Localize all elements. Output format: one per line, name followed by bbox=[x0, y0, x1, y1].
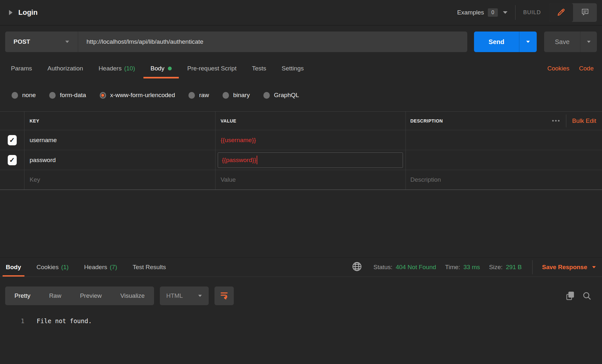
line-number: 1 bbox=[15, 317, 24, 324]
tab-tests[interactable]: Tests bbox=[245, 59, 273, 78]
value-cell[interactable]: Value bbox=[215, 170, 406, 189]
table-tools: Bulk Edit bbox=[552, 114, 602, 127]
tab-headers[interactable]: Headers(10) bbox=[91, 59, 142, 78]
body-modified-dot-icon bbox=[168, 67, 172, 70]
send-options-button[interactable] bbox=[519, 32, 537, 52]
tools-divider bbox=[566, 114, 566, 127]
body-mode-row: none form-data x-www-form-urlencoded raw… bbox=[0, 86, 602, 105]
tab-authorization[interactable]: Authorization bbox=[40, 59, 90, 78]
view-switcher: Pretty Raw Preview Visualize bbox=[5, 287, 154, 305]
value-cell[interactable]: {{username}} bbox=[215, 130, 406, 150]
send-button-group: Send bbox=[474, 32, 537, 52]
cookies-link[interactable]: Cookies bbox=[547, 65, 570, 72]
method-chevron-down-icon bbox=[65, 41, 69, 43]
save-options-button[interactable] bbox=[580, 32, 597, 52]
table-header-row: KEY VALUE DESCRIPTION Bulk Edit bbox=[0, 112, 602, 130]
response-status-bar: Status: 404 Not Found Time: 33 ms Size: … bbox=[351, 260, 596, 274]
row-checkbox-cell bbox=[0, 170, 24, 189]
tab-params[interactable]: Params bbox=[4, 59, 39, 78]
response-tab-cookies[interactable]: Cookies(1) bbox=[32, 258, 73, 277]
response-tab-headers[interactable]: Headers(7) bbox=[79, 258, 122, 277]
save-response-chevron-down-icon bbox=[592, 266, 596, 268]
radio-x-www-form-urlencoded[interactable]: x-www-form-urlencoded bbox=[100, 92, 175, 99]
comments-button[interactable] bbox=[573, 3, 597, 22]
copy-icon[interactable] bbox=[565, 291, 575, 301]
table-row-empty: Key Value Description bbox=[0, 170, 602, 190]
examples-label[interactable]: Examples bbox=[457, 9, 484, 16]
view-raw[interactable]: Raw bbox=[40, 287, 71, 305]
wrap-lines-button[interactable] bbox=[214, 287, 234, 305]
send-button[interactable]: Send bbox=[474, 32, 519, 52]
radio-selected-icon bbox=[100, 92, 106, 99]
value-cell: {{password}} bbox=[215, 150, 406, 170]
examples-chevron-down-icon[interactable] bbox=[503, 11, 507, 14]
checkbox-checked-icon[interactable] bbox=[8, 155, 17, 165]
method-value: POST bbox=[14, 38, 30, 45]
edit-mode-button[interactable] bbox=[549, 3, 573, 22]
time-value: 33 ms bbox=[463, 264, 480, 271]
radio-none[interactable]: none bbox=[12, 92, 36, 99]
response-body: 1 File not found. bbox=[0, 317, 602, 364]
response-body-text: File not found. bbox=[37, 317, 92, 324]
build-label: BUILD bbox=[523, 9, 541, 16]
time-label: Time: bbox=[445, 264, 460, 271]
row-checkbox-cell bbox=[0, 130, 24, 150]
request-links: Cookies Code bbox=[547, 65, 594, 72]
response-tabs-row: Body Cookies(1) Headers(7) Test Results … bbox=[0, 258, 602, 277]
postman-app: Login Examples 0 BUILD bbox=[0, 0, 602, 364]
format-select[interactable]: HTML bbox=[160, 287, 209, 305]
status-label: Status: bbox=[373, 264, 392, 271]
response-section: Body Cookies(1) Headers(7) Test Results … bbox=[0, 257, 602, 364]
view-preview[interactable]: Preview bbox=[71, 287, 111, 305]
radio-icon bbox=[12, 92, 18, 99]
column-header-description: DESCRIPTION Bulk Edit bbox=[406, 112, 602, 130]
response-headers-count: (7) bbox=[110, 264, 117, 271]
url-input[interactable]: http://localhost/lms/api/lib/auth/authen… bbox=[78, 38, 467, 45]
key-cell[interactable]: Key bbox=[24, 170, 215, 189]
radio-graphql[interactable]: GraphQL bbox=[263, 92, 299, 99]
radio-icon bbox=[188, 92, 195, 99]
radio-binary[interactable]: binary bbox=[223, 92, 250, 99]
key-cell[interactable]: password bbox=[24, 150, 215, 170]
cookies-count: (1) bbox=[61, 264, 68, 271]
key-cell[interactable]: username bbox=[24, 130, 215, 150]
format-value: HTML bbox=[166, 292, 183, 299]
description-cell[interactable]: Description bbox=[406, 170, 602, 189]
description-cell[interactable] bbox=[406, 130, 602, 150]
response-tools bbox=[565, 291, 592, 301]
more-options-icon[interactable] bbox=[552, 117, 560, 124]
size-value: 291 B bbox=[506, 264, 522, 271]
status-divider bbox=[532, 260, 533, 274]
method-select[interactable]: POST bbox=[5, 32, 78, 52]
code-link[interactable]: Code bbox=[579, 65, 594, 72]
radio-icon bbox=[49, 92, 56, 99]
bulk-edit-link[interactable]: Bulk Edit bbox=[572, 117, 596, 124]
radio-form-data[interactable]: form-data bbox=[49, 92, 86, 99]
save-response-button[interactable]: Save Response bbox=[542, 264, 596, 271]
description-cell[interactable] bbox=[406, 150, 602, 170]
send-chevron-down-icon bbox=[526, 41, 530, 43]
topbar-divider bbox=[515, 5, 515, 20]
editor-mode-toggle bbox=[549, 3, 597, 22]
save-button-group: Save bbox=[544, 32, 597, 52]
collapse-triangle-icon[interactable] bbox=[9, 10, 13, 15]
response-view-toolbar: Pretty Raw Preview Visualize HTML bbox=[5, 287, 592, 305]
tab-settings[interactable]: Settings bbox=[275, 59, 311, 78]
checkbox-checked-icon[interactable] bbox=[8, 135, 17, 145]
request-header-bar: Login Examples 0 BUILD bbox=[0, 0, 602, 26]
radio-raw[interactable]: raw bbox=[188, 92, 209, 99]
view-pretty[interactable]: Pretty bbox=[5, 287, 40, 305]
search-icon[interactable] bbox=[582, 291, 592, 301]
save-button[interactable]: Save bbox=[544, 32, 580, 52]
pencil-icon bbox=[557, 8, 566, 18]
url-row: POST http://localhost/lms/api/lib/auth/a… bbox=[5, 32, 597, 52]
request-title-group: Login bbox=[9, 8, 38, 17]
tab-body[interactable]: Body bbox=[143, 59, 179, 78]
radio-icon bbox=[263, 92, 270, 99]
response-tab-body[interactable]: Body bbox=[1, 258, 26, 277]
value-input-focused[interactable]: {{password}} bbox=[218, 152, 403, 168]
response-tab-test-results[interactable]: Test Results bbox=[128, 258, 170, 277]
view-visualize[interactable]: Visualize bbox=[111, 287, 154, 305]
tab-prerequest-script[interactable]: Pre-request Script bbox=[180, 59, 243, 78]
globe-icon bbox=[351, 261, 362, 273]
